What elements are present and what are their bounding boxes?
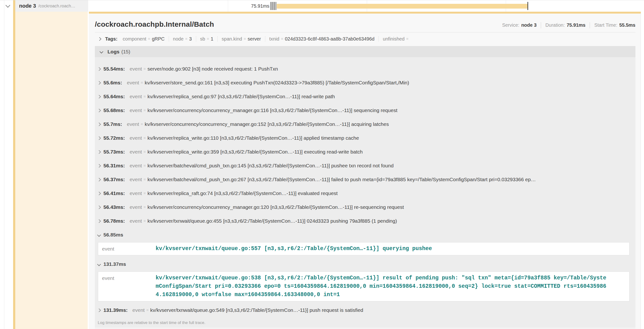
log-timestamp: 55.68ms:	[104, 108, 125, 113]
logs-count: (15)	[121, 49, 130, 54]
log-row[interactable]: 55.54ms: event = server/node.go:902 [n3]…	[95, 62, 636, 76]
meta-separator	[541, 22, 541, 28]
log-field-key: event	[130, 94, 142, 100]
log-marker-tick	[276, 2, 276, 10]
log-timestamp: 131.39ms:	[104, 307, 128, 313]
tag-key: txnid	[269, 36, 279, 42]
tag-item: txnid = 024d3323-6c8f-4863-aa8b-37ab0e63…	[269, 36, 383, 42]
log-marker-tick	[272, 2, 272, 10]
log-equals: =	[146, 308, 148, 312]
log-equals: =	[144, 67, 146, 71]
log-message: server/node.go:902 [n3] node received re…	[148, 66, 278, 72]
log-message: kv/kvserver/txnwait/queue.go:549 [n3,s3,…	[150, 307, 363, 313]
log-timestamp: 56.31ms:	[104, 163, 125, 168]
log-message: kv/kvserver/store_send.go:161 [n3,s3] ex…	[145, 80, 409, 86]
chevron-right-icon	[98, 37, 102, 41]
log-field-key: event	[127, 80, 139, 86]
span-name-tab[interactable]: node 3 /cockroach.roach…	[13, 0, 88, 12]
chevron-right-icon	[97, 108, 101, 112]
tags-row[interactable]: Tags: component = gRPC node = 3 sb = 1 s…	[95, 32, 636, 44]
tag-equals: =	[244, 37, 246, 41]
tag-item: sb = 1	[200, 36, 222, 42]
log-row[interactable]: 55.64ms: event = kv/kvserver/replica_sen…	[95, 90, 636, 104]
service-label: Service:	[502, 22, 519, 28]
log-row[interactable]: 56.41ms: event = kv/kvserver/replica_raf…	[95, 186, 636, 200]
log-message: kv/kvserver/concurrency/concurrency_mana…	[148, 108, 398, 113]
log-message: kv/kvserver/txnwait/queue.go:455 [n3,s3,…	[148, 218, 397, 224]
log-row[interactable]: 55.7ms: event = kv/kvserver/concurrency/…	[95, 117, 636, 131]
tags-label: Tags:	[105, 36, 118, 42]
chevron-down-icon	[100, 50, 104, 54]
chevron-right-icon	[97, 219, 101, 223]
tag-key: sb	[200, 36, 205, 42]
start-time-value: 55.5ms	[619, 22, 636, 28]
log-field-key: event	[130, 218, 142, 224]
expanded-log-event-box: event kv/kvserver/txnwait/queue.go:557 […	[98, 242, 630, 255]
logs-header[interactable]: Logs (15)	[95, 46, 636, 57]
log-marker-tick	[270, 2, 271, 10]
expanded-log-event-box: event kv/kvserver/txnwait/queue.go:538 […	[98, 272, 630, 301]
logs-footer-note: Log timestamps are relative to the start…	[95, 317, 636, 327]
log-message: kv/kvserver/replica_write.go:110 [n3,s3,…	[148, 135, 359, 141]
tag-equals: =	[185, 37, 187, 41]
log-message: kv/kvserver/concurrency/concurrency_mana…	[148, 204, 404, 210]
log-row[interactable]: 55.6ms: event = kv/kvserver/store_send.g…	[95, 76, 636, 90]
tag-value: 1	[211, 36, 213, 42]
service-value: node 3	[521, 22, 536, 28]
log-timestamp: 56.78ms:	[104, 218, 125, 224]
log-equals: =	[141, 80, 143, 85]
log-equals: =	[144, 164, 146, 168]
expanded-log-header[interactable]: 56.85ms	[95, 228, 636, 242]
start-time-label: Start Time:	[594, 22, 617, 28]
chevron-right-icon	[97, 178, 101, 182]
log-timestamp: 56.43ms:	[104, 204, 125, 210]
trace-timeline-row[interactable]: node 3 /cockroach.roach… 75.91ms	[0, 0, 644, 12]
log-equals: =	[141, 122, 143, 126]
log-timestamp: 55.54ms:	[104, 66, 125, 72]
log-message: kv/kvserver/replica_send.go:97 [n3,s3,r6…	[148, 94, 335, 100]
log-equals: =	[144, 94, 146, 99]
log-field-key: event	[130, 190, 142, 196]
log-marker-tick	[274, 2, 275, 10]
logs-title: Logs	[108, 49, 120, 54]
log-equals: =	[144, 136, 146, 140]
log-row[interactable]: 131.39ms: event = kv/kvserver/txnwait/qu…	[95, 303, 636, 317]
chevron-right-icon	[97, 205, 101, 209]
tag-item: unfinished =	[383, 36, 418, 42]
tag-item: node = 3	[173, 36, 200, 42]
log-row[interactable]: 56.43ms: event = kv/kvserver/concurrency…	[95, 200, 636, 214]
logs-bottom-divider	[95, 328, 636, 328]
log-timestamp: 55.6ms:	[104, 80, 122, 86]
expanded-log-header[interactable]: 131.37ms	[95, 257, 636, 271]
log-row[interactable]: 55.68ms: event = kv/kvserver/concurrency…	[95, 104, 636, 117]
log-row[interactable]: 56.78ms: event = kv/kvserver/txnwait/que…	[95, 214, 636, 228]
log-row[interactable]: 56.31ms: event = kv/kvserver/batcheval/c…	[95, 159, 636, 172]
log-field-key: event	[130, 135, 142, 141]
log-row[interactable]: 55.73ms: event = kv/kvserver/replica_wri…	[95, 145, 636, 159]
chevron-right-icon	[97, 308, 101, 312]
log-field-key: event	[130, 163, 142, 168]
tag-separator	[217, 36, 218, 42]
tag-item: component = gRPC	[123, 36, 173, 42]
log-field-key: event	[127, 121, 139, 127]
span-detail-card: /cockroach.roachpb.Internal/Batch Servic…	[89, 12, 641, 329]
log-row[interactable]: 55.72ms: event = kv/kvserver/replica_wri…	[95, 131, 636, 145]
meta-separator	[590, 22, 590, 28]
log-row[interactable]: 56.37ms: event = kv/kvserver/batcheval/c…	[95, 172, 636, 186]
tag-equals: =	[281, 37, 283, 41]
chevron-down-icon	[97, 262, 101, 266]
log-marker-tick	[274, 2, 274, 10]
tag-equals: =	[406, 37, 408, 41]
span-duration-bar[interactable]	[277, 4, 528, 8]
tag-separator	[265, 36, 265, 42]
log-message: kv/kvserver/replica_write.go:359 [n3,s3,…	[148, 149, 363, 155]
event-field-value: kv/kvserver/txnwait/queue.go:538 [n3,s3,…	[156, 274, 607, 299]
log-field-key: event	[130, 149, 142, 155]
tag-value: 024d3323-6c8f-4863-aa8b-37ab0e63496d	[285, 36, 374, 42]
chevron-right-icon	[97, 192, 101, 195]
chevron-right-icon	[97, 95, 101, 98]
tag-key: component	[123, 36, 146, 42]
log-message: kv/kvserver/batcheval/cmd_push_txn.go:14…	[148, 163, 394, 168]
tag-key: unfinished	[383, 36, 404, 42]
log-timestamp: 55.64ms:	[104, 94, 125, 100]
